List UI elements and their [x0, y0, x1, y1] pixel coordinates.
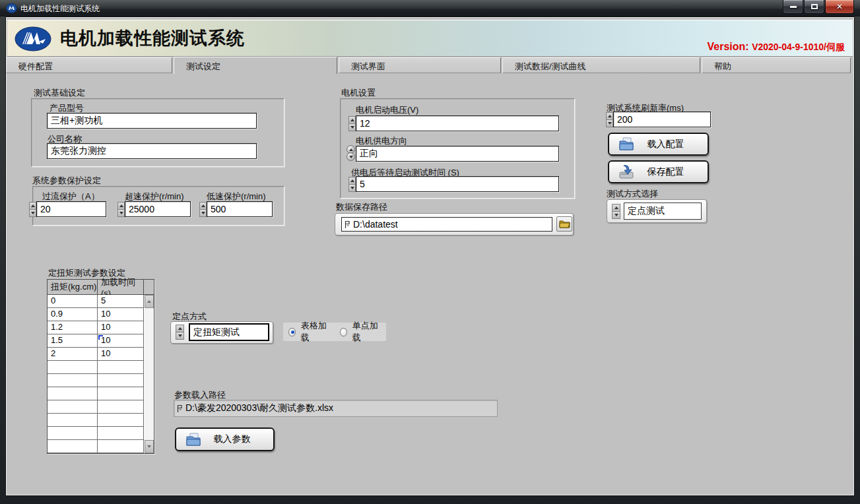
table-cell[interactable] [48, 387, 98, 400]
close-icon: ✕ [836, 2, 843, 11]
protection-group-title: 系统参数保护设定 [32, 175, 101, 187]
lowspeed-input[interactable]: 500 [207, 201, 273, 217]
column-header-torque: 扭矩(kg.cm) [48, 280, 98, 294]
table-cell[interactable]: 5 [98, 295, 144, 308]
company-name-input[interactable]: 东莞张力测控 [47, 143, 257, 159]
load-config-button[interactable]: 载入配置 [608, 133, 709, 156]
table-cell[interactable]: 10 [98, 308, 144, 321]
spin-down-icon[interactable] [348, 184, 356, 192]
spin-down-icon[interactable] [176, 332, 184, 340]
browse-folder-button[interactable] [556, 216, 572, 232]
overspeed-spin-buttons[interactable] [117, 202, 125, 217]
point-mode-spin-buttons[interactable] [176, 325, 184, 340]
scroll-up-icon[interactable] [145, 295, 154, 308]
table-cell[interactable] [48, 427, 98, 440]
save-config-button[interactable]: 保存配置 [608, 160, 709, 183]
table-cell[interactable] [48, 361, 98, 374]
table-cell[interactable]: 10 [98, 321, 144, 334]
tab-test-settings[interactable]: 测试设定 [174, 57, 337, 74]
table-cell[interactable]: 1.2 [48, 321, 98, 334]
table-row [48, 387, 154, 400]
table-row [48, 414, 154, 427]
table-cell[interactable]: 0 [48, 295, 98, 308]
table-row [48, 374, 154, 387]
table-cell[interactable] [98, 387, 144, 400]
start-voltage-spin-buttons[interactable] [348, 116, 356, 131]
spin-down-icon[interactable] [199, 209, 207, 217]
table-cell[interactable] [98, 414, 144, 427]
wait-time-spin-buttons[interactable] [348, 177, 356, 192]
close-button[interactable]: ✕ [825, 0, 854, 14]
radio-single-load-label: 单点加载 [352, 320, 380, 344]
motor-group-title: 电机设置 [341, 87, 376, 99]
table-cell[interactable]: 0.9 [48, 308, 98, 321]
tab-hardware-config[interactable]: 硬件配置 [6, 57, 172, 73]
product-model-input[interactable]: 三相+测功机 [47, 113, 257, 129]
radio-table-load[interactable] [288, 328, 296, 336]
spin-down-icon[interactable] [348, 123, 356, 131]
overspeed-input[interactable]: 25000 [125, 201, 191, 217]
test-mode-enum[interactable]: 定点测试 [624, 203, 702, 220]
load-mode-radio-group: 表格加载 单点加载 [283, 323, 386, 341]
tab-help[interactable]: 帮助 [702, 57, 851, 73]
table-cell[interactable]: 1.5 [48, 334, 98, 348]
load-config-label: 载入配置 [636, 139, 696, 150]
app-banner: 电机加载性能测试系统 Version: V2020-04-9-1010/伺服 [7, 20, 853, 57]
window-title: 电机加载性能测试系统 [20, 3, 100, 15]
table-cell[interactable]: 10 [98, 348, 144, 361]
spin-down-icon[interactable] [606, 119, 613, 127]
wait-time-input[interactable]: 5 [356, 176, 559, 192]
maximize-button[interactable] [804, 0, 824, 14]
torque-table-body: 050.9101.2101.510210 [48, 295, 154, 453]
version-label: Version: [708, 41, 749, 52]
path-symbol-icon [345, 220, 350, 229]
maximize-icon [811, 4, 818, 9]
app-icon [6, 3, 17, 14]
start-voltage-label: 电机启动电压(V) [356, 104, 418, 116]
refresh-rate-input[interactable]: 200 [613, 111, 711, 127]
data-save-path-input[interactable]: D:\datatest [341, 217, 552, 232]
lowspeed-spin-buttons[interactable] [199, 202, 207, 217]
minimize-icon [790, 6, 797, 8]
table-cell[interactable]: 2 [48, 348, 98, 361]
table-row [48, 440, 154, 453]
table-cell[interactable]: 10 [98, 334, 144, 348]
table-row [48, 400, 154, 414]
torque-table: 扭矩(kg.cm) 加载时间(s) 050.9101.2101.510210 [47, 279, 154, 454]
table-cell[interactable] [98, 440, 144, 453]
spin-down-icon[interactable] [612, 211, 620, 219]
table-row: 1.510 [48, 334, 154, 348]
folder-open-icon [185, 433, 203, 447]
test-mode-label: 测试方式选择 [607, 188, 658, 200]
table-scrollbar[interactable] [145, 295, 154, 453]
refresh-rate-spin-buttons[interactable] [606, 112, 613, 127]
table-cell[interactable] [98, 361, 144, 374]
load-params-button[interactable]: 载入参数 [175, 427, 275, 451]
radio-table-load-label: 表格加载 [301, 320, 328, 344]
start-voltage-input[interactable]: 12 [356, 115, 559, 131]
tab-test-data-curves[interactable]: 测试数据/测试曲线 [502, 57, 700, 73]
test-mode-spin-buttons[interactable] [612, 204, 620, 219]
table-cell[interactable] [98, 400, 144, 414]
spin-down-icon[interactable] [117, 209, 125, 217]
scroll-down-icon[interactable] [145, 440, 154, 453]
torque-table-header: 扭矩(kg.cm) 加载时间(s) [48, 280, 154, 295]
point-mode-enum[interactable]: 定扭矩测试 [189, 323, 269, 341]
overcurrent-input[interactable]: 20 [36, 201, 106, 217]
supply-direction-enum[interactable]: 正向 [356, 146, 559, 162]
radio-single-load[interactable] [340, 328, 347, 336]
minimize-button[interactable] [783, 0, 803, 14]
tab-test-interface[interactable]: 测试界面 [339, 57, 501, 73]
table-cell[interactable] [48, 374, 98, 387]
table-cell[interactable] [98, 374, 144, 387]
table-cell[interactable] [48, 414, 98, 427]
overcurrent-spin-buttons[interactable] [29, 202, 36, 217]
table-cell[interactable] [48, 400, 98, 414]
spin-down-icon[interactable] [347, 152, 355, 161]
spin-down-icon[interactable] [29, 209, 36, 217]
main-panel: 电机加载性能测试系统 Version: V2020-04-9-1010/伺服 硬… [5, 16, 855, 496]
table-cell[interactable] [48, 440, 98, 453]
window-titlebar[interactable]: 电机加载性能测试系统 ✕ [0, 0, 860, 16]
supply-direction-spin-buttons[interactable] [347, 145, 356, 161]
table-cell[interactable] [98, 427, 144, 440]
